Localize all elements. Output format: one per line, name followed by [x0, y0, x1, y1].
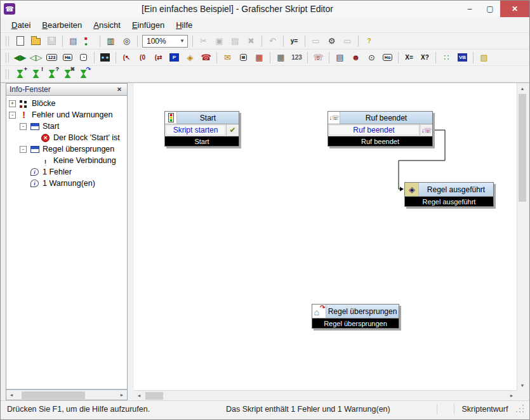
paste-button[interactable]: ▤ — [228, 34, 242, 48]
zoom-select[interactable]: 100%▼ — [142, 35, 188, 48]
connector-out-icon[interactable]: ↓☏ — [420, 124, 432, 136]
block-ruf-beendet[interactable]: ↓☏Ruf beendetRuf beendet↓☏Ruf beendet — [328, 111, 433, 147]
check-icon[interactable]: ✔ — [226, 124, 239, 136]
state-new-button[interactable]: + — [13, 67, 27, 81]
block-action-label[interactable]: Ruf beendet — [329, 125, 419, 135]
collapse-icon[interactable]: - — [9, 112, 16, 119]
tree-item-fehler-start[interactable]: ✕Der Block 'Start' ist — [9, 132, 127, 143]
info-icon: i — [29, 167, 40, 177]
menu-einfuegen[interactable]: Einfügen — [126, 18, 170, 32]
toolbar-grip[interactable] — [6, 36, 9, 46]
script-properties-button[interactable]: ▤ — [66, 34, 81, 48]
state-return-icon — [81, 70, 87, 78]
block-list-button[interactable] — [82, 34, 96, 48]
delete-button[interactable]: ✖ — [244, 34, 258, 48]
hangup-timeout-button[interactable]: ☎ — [199, 51, 213, 65]
caller-info-button[interactable]: ☻ — [348, 51, 363, 65]
voice-message-icon: ✉ — [240, 54, 248, 61]
menu-ansicht[interactable]: Ansicht — [88, 18, 126, 32]
say-text-button[interactable]: Ha — [60, 51, 75, 65]
hangup-timeout-icon: ☎ — [201, 53, 211, 62]
undo-button[interactable]: ↶ — [265, 34, 280, 48]
close-button[interactable]: ✕ — [500, 1, 529, 17]
scroll-down-icon[interactable]: ▼ — [517, 380, 527, 390]
menu-datei[interactable]: Datei — [6, 18, 36, 32]
time-check-button[interactable]: ⊙ — [364, 51, 379, 65]
tree-item-warnung-count[interactable]: i1 Warnung(en) — [9, 178, 127, 189]
date-check-button[interactable]: Ho — [380, 51, 395, 65]
scroll-left-icon[interactable]: ◄ — [134, 391, 144, 401]
state-error-button[interactable]: ! — [29, 67, 43, 81]
cut-button[interactable]: ✂ — [196, 34, 211, 48]
set-variable-button[interactable]: X= — [402, 51, 416, 65]
new-script-button[interactable] — [13, 34, 27, 48]
variables-list-button[interactable]: y= — [287, 34, 301, 48]
debug-window-button[interactable]: ▭ — [308, 34, 323, 48]
send-digits-button[interactable]: 123 — [289, 51, 304, 65]
scroll-up-icon[interactable]: ▲ — [517, 83, 527, 93]
state-return-button[interactable]: ↷ — [76, 67, 91, 81]
script-canvas[interactable]: StartSkript starten✔Start↓☏Ruf beendetRu… — [134, 83, 517, 390]
scroll-left-icon[interactable]: ◄ — [6, 390, 17, 400]
minimize-button[interactable]: – — [460, 1, 480, 17]
resize-grip[interactable] — [515, 404, 526, 414]
options-button[interactable]: ⚙ — [324, 34, 339, 48]
run-rule-button[interactable]: ∷ — [439, 51, 454, 65]
hangup-button[interactable]: ☏ — [311, 51, 326, 65]
dial-number-button[interactable]: ▦ — [274, 51, 288, 65]
collapse-icon[interactable]: - — [20, 123, 27, 130]
script-note-button[interactable]: ▨ — [477, 51, 491, 65]
record-button[interactable]: ● ● — [98, 51, 112, 65]
menu-hilfe[interactable]: Hilfe — [170, 18, 198, 32]
play-prompt-wait-icon: ◁▷ — [30, 53, 43, 62]
open-script-button[interactable] — [29, 34, 43, 48]
scroll-thumb[interactable] — [22, 391, 85, 399]
tree-item-start[interactable]: -Start — [9, 121, 127, 132]
toolbar-grip[interactable] — [6, 69, 9, 79]
scroll-right-icon[interactable]: ► — [117, 390, 127, 400]
close-icon[interactable]: ✕ — [115, 86, 124, 93]
toolbar-grip[interactable] — [6, 53, 9, 63]
send-email-button[interactable]: ✉ — [220, 51, 235, 65]
block-regel-ausgefuehrt[interactable]: ◈Regel ausgeführtRegel ausgeführt — [404, 182, 494, 207]
window-properties-button[interactable]: ▭ — [340, 34, 355, 48]
script-structure-button[interactable]: ▤ — [333, 51, 347, 65]
decision-button[interactable]: ◈ — [183, 51, 197, 65]
play-prompt-button[interactable]: ◀▶ — [13, 51, 27, 65]
say-time-button[interactable]: ◔ — [76, 51, 91, 65]
print-button[interactable]: ▥ — [103, 34, 118, 48]
state-help-button[interactable]: ? — [44, 67, 59, 81]
block-action-label[interactable]: Skript starten — [166, 125, 225, 135]
play-prompt-wait-button[interactable]: ◁▷ — [29, 51, 43, 65]
hold-call-button[interactable]: (0 — [135, 51, 150, 65]
answer-call-button[interactable]: (↖ — [119, 51, 134, 65]
tree-item-regel-uebersprungen[interactable]: -Regel übersprungen — [9, 143, 127, 155]
block-regel-uebersprungen[interactable]: ⌂↷Regel übersprungenRegel übersprungen — [312, 304, 399, 329]
scroll-thumb[interactable] — [519, 94, 526, 202]
toolbar-separator — [305, 36, 305, 47]
print-preview-button[interactable]: ◎ — [119, 34, 134, 48]
help-button[interactable]: ? — [362, 34, 376, 48]
panel-splitter[interactable] — [128, 83, 134, 400]
tree-item-fehler-warnungen[interactable]: -!Fehler und Warnungen — [9, 109, 127, 121]
vb-script-button[interactable]: VB — [455, 51, 470, 65]
voice-message-button[interactable]: ✉ — [236, 51, 251, 65]
test-variable-button[interactable]: X? — [418, 51, 432, 65]
expand-icon[interactable]: + — [9, 100, 16, 107]
state-delete-button[interactable]: ✖ — [60, 67, 75, 81]
menu-bearbeiten[interactable]: Bearbeiten — [36, 18, 88, 32]
delete-digits-button[interactable]: ▦ — [252, 51, 267, 65]
tree-item-bloecke[interactable]: +Blöcke — [9, 98, 127, 109]
copy-button[interactable]: ▣ — [212, 34, 227, 48]
tree-item-keine-verbindung[interactable]: !Keine Verbindung — [9, 155, 127, 166]
block-start[interactable]: StartSkript starten✔Start — [164, 111, 239, 147]
park-call-button[interactable]: P — [167, 51, 182, 65]
tree-item-fehler-count[interactable]: i1 Fehler — [9, 166, 127, 178]
transfer-call-button[interactable]: (⇄ — [151, 51, 166, 65]
scroll-right-icon[interactable]: ► — [507, 391, 517, 401]
say-number-button[interactable]: 123 — [44, 51, 59, 65]
collapse-icon[interactable]: - — [20, 146, 27, 153]
scroll-thumb[interactable] — [145, 392, 163, 400]
save-script-button[interactable] — [44, 34, 59, 48]
maximize-button[interactable]: ▢ — [480, 1, 500, 17]
